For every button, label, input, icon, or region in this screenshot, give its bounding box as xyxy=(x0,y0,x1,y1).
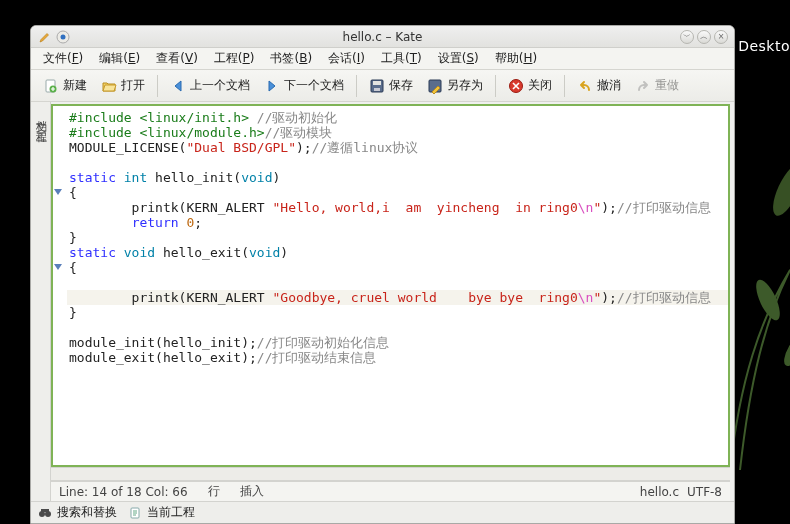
statusbar: Line: 14 of 18 Col: 66 行 插入 hello.c UTF-… xyxy=(51,481,730,501)
save-as-label: 另存为 xyxy=(447,77,483,94)
floppy-icon xyxy=(369,78,385,94)
code-line[interactable]: } xyxy=(69,230,722,245)
status-filename: hello.c xyxy=(640,485,679,499)
close-icon xyxy=(508,78,524,94)
toolbar-separator xyxy=(495,75,496,97)
svg-point-4 xyxy=(61,34,66,39)
editor-body: 文档 工程 #include <linux/init.h> //驱动初始化#in… xyxy=(31,102,734,501)
close-doc-button[interactable]: 关闭 xyxy=(502,73,558,99)
fold-gutter[interactable] xyxy=(53,106,67,465)
menu-t[interactable]: 工具(T) xyxy=(375,48,428,69)
svg-point-1 xyxy=(751,277,784,324)
status-insert-mode[interactable]: 插入 xyxy=(240,483,264,500)
prev-doc-label: 上一个文档 xyxy=(190,77,250,94)
prev-doc-button[interactable]: 上一个文档 xyxy=(164,73,256,99)
arrow-left-icon xyxy=(170,78,186,94)
save-as-button[interactable]: 另存为 xyxy=(421,73,489,99)
menu-b[interactable]: 书签(B) xyxy=(264,48,318,69)
undo-icon xyxy=(577,78,593,94)
code-line[interactable] xyxy=(69,365,722,380)
status-wrap[interactable]: 行 xyxy=(208,483,220,500)
code-line[interactable]: module_init(hello_init);//打印驱动初始化信息 xyxy=(69,335,722,350)
svg-rect-8 xyxy=(373,81,381,85)
code-line[interactable]: printk(KERN_ALERT "Hello, world,i am yin… xyxy=(69,200,722,215)
svg-rect-9 xyxy=(374,88,380,91)
undo-label: 撤消 xyxy=(597,77,621,94)
next-doc-label: 下一个文档 xyxy=(284,77,344,94)
search-replace-tab[interactable]: 搜索和替换 xyxy=(37,504,117,521)
code-line[interactable]: module_exit(hello_exit);//打印驱动结束信息 xyxy=(69,350,722,365)
code-line[interactable]: } xyxy=(69,305,722,320)
save-button-label: 保存 xyxy=(389,77,413,94)
menu-i[interactable]: 会话(I) xyxy=(322,48,371,69)
horizontal-scrollbar[interactable] xyxy=(51,467,730,481)
code-line[interactable]: return 0; xyxy=(69,215,722,230)
menu-e[interactable]: 编辑(E) xyxy=(93,48,146,69)
editor-wrap: #include <linux/init.h> //驱动初始化#include … xyxy=(51,102,734,501)
new-button[interactable]: 新建 xyxy=(37,73,93,99)
undo-button[interactable]: 撤消 xyxy=(571,73,627,99)
menu-v[interactable]: 查看(V) xyxy=(150,48,204,69)
code-line[interactable]: { xyxy=(69,185,722,200)
code-line[interactable] xyxy=(69,155,722,170)
code-editor[interactable]: #include <linux/init.h> //驱动初始化#include … xyxy=(67,106,728,465)
status-position: Line: 14 of 18 Col: 66 xyxy=(59,485,188,499)
minimize-button[interactable]: ﹀ xyxy=(680,30,694,44)
code-line[interactable]: MODULE_LICENSE("Dual BSD/GPL");//遵循linux… xyxy=(69,140,722,155)
maximize-button[interactable]: ︿ xyxy=(697,30,711,44)
menu-s[interactable]: 设置(S) xyxy=(432,48,485,69)
code-line[interactable] xyxy=(69,275,722,290)
code-line[interactable] xyxy=(69,320,722,335)
sidebar-tab-project[interactable]: 工程 xyxy=(31,118,50,130)
close-window-button[interactable]: × xyxy=(714,30,728,44)
redo-button[interactable]: 重做 xyxy=(629,73,685,99)
titlebar[interactable]: hello.c – Kate ﹀ ︿ × xyxy=(31,26,734,48)
menu-h[interactable]: 帮助(H) xyxy=(489,48,543,69)
new-file-icon xyxy=(43,78,59,94)
window-title: hello.c – Kate xyxy=(31,30,734,44)
svg-point-0 xyxy=(767,160,790,219)
toolbar-separator xyxy=(157,75,158,97)
sidebar-tab-documents[interactable]: 文档 xyxy=(31,106,50,118)
save-as-icon xyxy=(427,78,443,94)
kate-window: hello.c – Kate ﹀ ︿ × 文件(F)编辑(E)查看(V)工程(P… xyxy=(30,25,735,524)
arrow-right-icon xyxy=(264,78,280,94)
code-line[interactable]: #include <linux/module.h>//驱动模块 xyxy=(69,125,722,140)
editor-frame: #include <linux/init.h> //驱动初始化#include … xyxy=(51,104,730,467)
code-line[interactable]: static void hello_exit(void) xyxy=(69,245,722,260)
kate-app-icon xyxy=(55,29,71,45)
pencil-icon xyxy=(37,29,53,45)
redo-icon xyxy=(635,78,651,94)
desktop-folder-label: Deskto xyxy=(738,38,790,54)
document-icon xyxy=(127,505,143,521)
save-button[interactable]: 保存 xyxy=(363,73,419,99)
open-button[interactable]: 打开 xyxy=(95,73,151,99)
current-project-tab[interactable]: 当前工程 xyxy=(127,504,195,521)
code-line[interactable]: printk(KERN_ALERT "Goodbye, cruel world … xyxy=(69,290,722,305)
toolbar: 新建 打开 上一个文档 下一个文档 保存 另存为 关闭 xyxy=(31,70,734,102)
left-sidebar: 文档 工程 xyxy=(31,102,51,501)
close-doc-label: 关闭 xyxy=(528,77,552,94)
redo-label: 重做 xyxy=(655,77,679,94)
toolbar-separator xyxy=(564,75,565,97)
fold-marker-icon[interactable] xyxy=(54,264,62,270)
status-encoding[interactable]: UTF-8 xyxy=(687,485,722,499)
current-project-label: 当前工程 xyxy=(147,504,195,521)
next-doc-button[interactable]: 下一个文档 xyxy=(258,73,350,99)
menubar: 文件(F)编辑(E)查看(V)工程(P)书签(B)会话(I)工具(T)设置(S)… xyxy=(31,48,734,70)
search-replace-label: 搜索和替换 xyxy=(57,504,117,521)
bottombar: 搜索和替换 当前工程 xyxy=(31,501,734,523)
menu-p[interactable]: 工程(P) xyxy=(208,48,261,69)
svg-point-2 xyxy=(780,331,790,369)
folder-open-icon xyxy=(101,78,117,94)
menu-f[interactable]: 文件(F) xyxy=(37,48,89,69)
toolbar-separator xyxy=(356,75,357,97)
code-line[interactable]: { xyxy=(69,260,722,275)
code-line[interactable]: static int hello_init(void) xyxy=(69,170,722,185)
open-button-label: 打开 xyxy=(121,77,145,94)
fold-marker-icon[interactable] xyxy=(54,189,62,195)
code-line[interactable]: #include <linux/init.h> //驱动初始化 xyxy=(69,110,722,125)
new-button-label: 新建 xyxy=(63,77,87,94)
svg-rect-14 xyxy=(41,509,49,512)
binoculars-icon xyxy=(37,505,53,521)
